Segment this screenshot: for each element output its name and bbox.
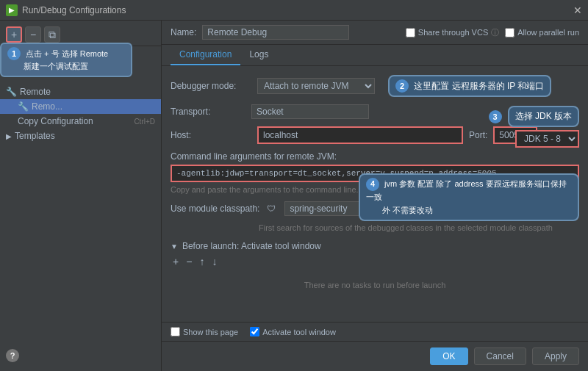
apply-button[interactable]: Apply bbox=[532, 347, 579, 365]
before-launch-header[interactable]: ▼ Before launch: Activate tool window bbox=[171, 241, 579, 251]
remote-icon: 🔧 bbox=[6, 87, 17, 97]
show-page-label: Show this page bbox=[183, 328, 238, 336]
tabs: Configuration Logs bbox=[162, 45, 588, 66]
host-label: Host: bbox=[171, 130, 251, 140]
tree-item-remote[interactable]: 🔧 Remote bbox=[0, 84, 161, 99]
templates-icon: ▶ bbox=[6, 132, 12, 140]
name-input[interactable] bbox=[202, 25, 349, 40]
config-content: Debugger mode: Attach to remote JVM 2 这里… bbox=[162, 66, 588, 322]
name-label: Name: bbox=[171, 27, 196, 37]
help-button[interactable]: ? bbox=[6, 349, 19, 362]
annotation-badge-2: 2 bbox=[395, 79, 409, 93]
search-hint: First search for sources of the debugged… bbox=[171, 223, 579, 232]
main-container: + − ⧉ 1 点击 + 号 选择 Remote 新建一个调试配置 🔧 Remo… bbox=[0, 21, 588, 371]
annotation-4-line2: 外 不需要改动 bbox=[382, 206, 433, 215]
before-launch-down-button[interactable]: ↓ bbox=[209, 256, 219, 267]
right-panel: Name: Share through VCS ⓘ Allow parallel… bbox=[162, 21, 588, 371]
add-config-button[interactable]: + bbox=[6, 26, 22, 43]
show-page-checkbox[interactable] bbox=[171, 327, 180, 336]
transport-label: Transport: bbox=[171, 107, 251, 117]
host-input[interactable] bbox=[257, 126, 463, 144]
before-launch-up-button[interactable]: ↑ bbox=[197, 256, 207, 267]
host-port-wrapper: Host: Port: 3 选择 JDK 版本 JDK 5 - 8 bbox=[171, 126, 579, 144]
left-panel: + − ⧉ 1 点击 + 号 选择 Remote 新建一个调试配置 🔧 Remo… bbox=[0, 21, 162, 371]
port-label: Port: bbox=[469, 130, 487, 140]
annotation-2-text: 这里配置 远程服务器的 IP 和端口 bbox=[414, 81, 544, 91]
module-label: Use module classpath: bbox=[171, 203, 259, 214]
annotation-4-line1: jvm 参数 配置 除了 address 要跟远程服务端口保持一致 bbox=[366, 179, 567, 201]
copy-config-button[interactable]: ⧉ bbox=[44, 26, 60, 43]
jdk-section: 3 选择 JDK 版本 JDK 5 - 8 bbox=[489, 106, 579, 148]
remove-config-button[interactable]: − bbox=[25, 26, 41, 43]
before-launch-toolbar: + − ↑ ↓ bbox=[171, 256, 579, 267]
annotation-4: 4 jvm 参数 配置 除了 address 要跟远程服务端口保持一致 外 不需… bbox=[359, 173, 579, 221]
bottom-checkboxes: Show this page Activate tool window bbox=[162, 322, 588, 341]
ok-button[interactable]: OK bbox=[430, 347, 467, 365]
annotation-badge-1: 1 bbox=[7, 47, 21, 60]
allow-parallel-label: Allow parallel run bbox=[517, 28, 579, 37]
tree-item-remo[interactable]: 🔧 Remo... bbox=[0, 99, 161, 114]
before-launch-remove-button[interactable]: − bbox=[184, 256, 194, 267]
share-vcs-label: Share through VCS bbox=[418, 28, 488, 37]
show-page-group: Show this page bbox=[171, 327, 238, 336]
templates-label: Templates bbox=[15, 131, 55, 141]
jdk-annotation-text: 选择 JDK 版本 bbox=[508, 106, 579, 127]
jdk-annotation: 3 选择 JDK 版本 bbox=[489, 106, 579, 127]
debugger-row: Debugger mode: Attach to remote JVM 2 这里… bbox=[171, 75, 579, 97]
left-tree: 🔧 Remote 🔧 Remo... Copy Configuration Ct… bbox=[0, 82, 161, 368]
jdk-select[interactable]: JDK 5 - 8 bbox=[515, 130, 579, 148]
cancel-button[interactable]: Cancel bbox=[474, 347, 526, 365]
annotation-badge-4: 4 bbox=[366, 178, 379, 191]
add-icon: + bbox=[11, 29, 17, 40]
tree-item-label: Remote bbox=[20, 87, 51, 97]
tree-item-remo-label: Remo... bbox=[32, 101, 62, 112]
tree-item-templates[interactable]: ▶ Templates bbox=[0, 129, 161, 143]
transport-select[interactable]: Socket bbox=[251, 104, 369, 119]
annotation-1-line1: 点击 + 号 选择 Remote bbox=[26, 49, 108, 58]
window-title: Run/Debug Configurations bbox=[22, 5, 126, 15]
left-toolbar: + − ⧉ 1 点击 + 号 选择 Remote 新建一个调试配置 bbox=[0, 24, 161, 46]
allow-parallel-section: Allow parallel run bbox=[505, 28, 579, 37]
share-vcs-checkbox[interactable] bbox=[406, 28, 415, 37]
remove-icon: − bbox=[30, 29, 36, 40]
copy-icon: ⧉ bbox=[49, 29, 56, 41]
no-tasks-label: There are no tasks to run before launch bbox=[171, 272, 579, 298]
share-vcs-group: Share through VCS ⓘ bbox=[406, 27, 499, 38]
remo-icon: 🔧 bbox=[18, 101, 29, 112]
activate-window-label: Activate tool window bbox=[262, 328, 336, 336]
activate-window-group: Activate tool window bbox=[250, 327, 336, 336]
tab-logs[interactable]: Logs bbox=[240, 45, 277, 65]
copy-shortcut: Ctrl+D bbox=[134, 118, 155, 126]
annotation-1-line2: 新建一个调试配置 bbox=[24, 62, 88, 71]
annotation-1: 1 点击 + 号 选择 Remote 新建一个调试配置 bbox=[0, 43, 132, 77]
module-icon: 🛡 bbox=[265, 203, 277, 215]
debugger-label: Debugger mode: bbox=[171, 81, 251, 91]
right-header: Name: Share through VCS ⓘ Allow parallel… bbox=[162, 21, 588, 45]
window-icon: ▶ bbox=[6, 4, 18, 16]
close-button[interactable]: ✕ bbox=[573, 4, 582, 16]
title-bar: ▶ Run/Debug Configurations ✕ bbox=[0, 0, 588, 21]
cmd-section: Command line arguments for remote JVM: 4… bbox=[171, 151, 579, 182]
before-launch-add-button[interactable]: + bbox=[171, 256, 181, 267]
footer: OK Cancel Apply bbox=[162, 341, 588, 371]
tab-configuration[interactable]: Configuration bbox=[171, 45, 240, 65]
annotation-2: 2 这里配置 远程服务器的 IP 和端口 bbox=[388, 75, 551, 97]
before-launch-label: Before launch: Activate tool window bbox=[182, 241, 321, 251]
tree-item-copy[interactable]: Copy Configuration Ctrl+D bbox=[0, 114, 161, 129]
annotation-badge-3: 3 bbox=[489, 110, 502, 123]
copy-item-label: Copy Configuration bbox=[18, 116, 93, 126]
collapse-icon: ▼ bbox=[171, 242, 178, 251]
cmd-label: Command line arguments for remote JVM: bbox=[171, 151, 579, 162]
debugger-mode-select[interactable]: Attach to remote JVM bbox=[257, 78, 375, 94]
share-vcs-help-icon: ⓘ bbox=[491, 27, 499, 38]
allow-parallel-checkbox[interactable] bbox=[505, 28, 514, 37]
activate-window-checkbox[interactable] bbox=[250, 327, 259, 336]
